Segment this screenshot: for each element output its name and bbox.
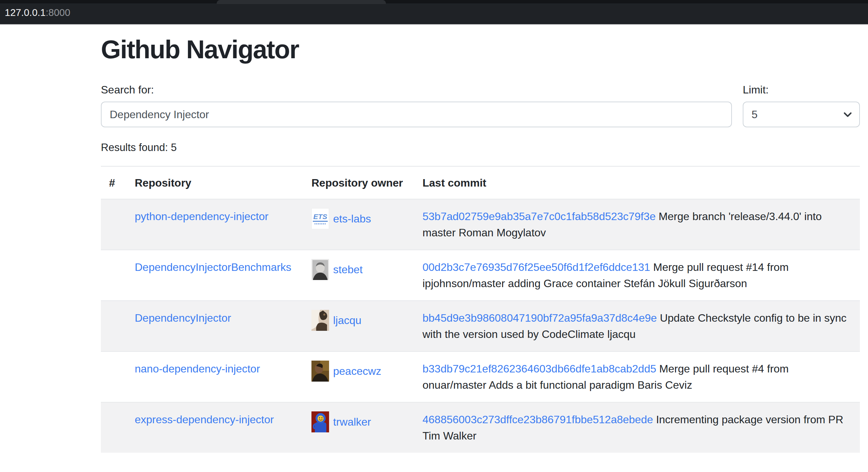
repo-link[interactable]: DependencyInjector [135, 312, 231, 324]
table-row: DependencyInjector ljacqu [101, 301, 860, 351]
table-row: DependencyInjectorBenchmarks [101, 250, 860, 301]
owner-link[interactable]: ets-labs [333, 211, 371, 227]
search-group: Search for: [101, 84, 732, 127]
browser-chrome-bar: 127.0.0.1:8000 [0, 0, 868, 24]
browser-active-tab[interactable] [217, 0, 386, 4]
header-last-commit: Last commit [414, 166, 860, 199]
address-bar[interactable]: 127.0.0.1:8000 [5, 7, 70, 18]
table-row: python-dependency-injector ETS ets-labs … [101, 199, 860, 250]
owner-link[interactable]: ljacqu [333, 312, 362, 328]
row-index-cell [101, 301, 127, 351]
header-repository: Repository [127, 166, 303, 199]
owner-avatar-lego-astronaut [311, 411, 329, 432]
commit-sha-link[interactable]: 53b7ad02759e9ab35a7e7c0c1fab58d523c79f3e [422, 210, 656, 222]
limit-group: Limit: 5 [743, 84, 860, 127]
owner-link[interactable]: stebet [333, 261, 363, 278]
repo-link[interactable]: python-dependency-injector [135, 210, 268, 222]
header-index: # [101, 166, 127, 199]
limit-select[interactable]: 5 [743, 102, 860, 127]
commit-sha-link[interactable]: 00d2b3c7e76935d76f25ee50f6d1f2ef6ddce131 [422, 261, 650, 273]
ets-logo-text: ETS [313, 213, 328, 222]
table-row: express-dependency-injector [101, 402, 860, 453]
row-index-cell [101, 250, 127, 301]
commit-sha-link[interactable]: bb45d9e3b98608047190bf72a95fa9a37d8c4e9e [422, 312, 657, 324]
repo-link[interactable]: express-dependency-injector [135, 413, 274, 426]
results-summary: Results found: 5 [101, 142, 860, 154]
limit-label: Limit: [743, 84, 860, 96]
page-title: Github Navigator [101, 34, 860, 65]
owner-link[interactable]: peacecwz [333, 363, 381, 379]
row-index-cell [101, 199, 127, 250]
table-header-row: # Repository Repository owner Last commi… [101, 166, 860, 199]
results-table: # Repository Repository owner Last commi… [101, 166, 860, 453]
ets-logo-subtext [314, 223, 326, 224]
main-content: Github Navigator Search for: Limit: 5 Re… [101, 34, 860, 453]
owner-avatar-ets-labs-logo: ETS [311, 208, 329, 229]
browser-tabstrip [0, 0, 868, 3]
search-label: Search for: [101, 84, 732, 96]
row-index-cell [101, 402, 127, 453]
commit-sha-link[interactable]: b33db79c21ef8262364603db66dfe1ab8cab2dd5 [422, 363, 656, 375]
row-index-cell [101, 351, 127, 402]
search-input[interactable] [101, 102, 732, 127]
owner-link[interactable]: trwalker [333, 414, 371, 430]
commit-sha-link[interactable]: 468856003c273dffce23b86791fbbe512a8ebede [422, 413, 653, 426]
table-row: nano-dependency-injector pe [101, 351, 860, 402]
owner-avatar-grayscale-portrait [311, 259, 329, 280]
repo-link[interactable]: nano-dependency-injector [135, 363, 260, 375]
repo-link[interactable]: DependencyInjectorBenchmarks [135, 261, 291, 273]
url-host: 127.0.0.1 [5, 7, 46, 18]
url-port: :8000 [46, 7, 70, 18]
search-form: Search for: Limit: 5 [101, 84, 860, 127]
header-repository-owner: Repository owner [303, 166, 414, 199]
owner-avatar-dark-portrait [311, 361, 329, 382]
owner-avatar-cat-photo [311, 310, 329, 331]
